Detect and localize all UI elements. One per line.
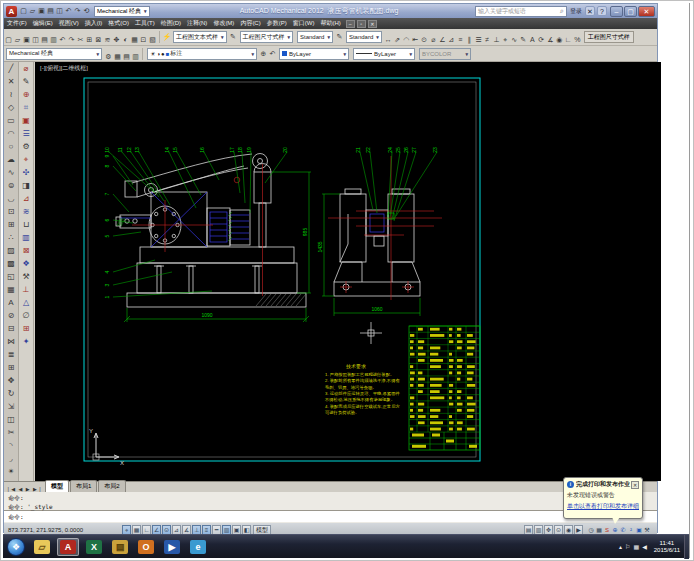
detail-view-icon[interactable]: ⊕ [20, 88, 33, 101]
dim-style-button[interactable]: 工程图尺寸式样 [584, 31, 634, 43]
help-icon[interactable]: ? [597, 6, 607, 16]
dim-space-icon[interactable]: ☰ [474, 34, 483, 46]
menu-item-3[interactable]: 插入(I) [82, 19, 106, 28]
dim-style-icon[interactable]: ◉ [555, 34, 564, 46]
plot-preview-icon[interactable]: ▤ [40, 34, 49, 46]
menu-item-0[interactable]: 文件(F) [4, 19, 30, 28]
polar-toggle[interactable]: ∠ [152, 525, 161, 535]
menu-item-1[interactable]: 编辑(E) [30, 19, 56, 28]
array-icon[interactable]: ⊞ [5, 361, 18, 374]
menu-item-2[interactable]: 视图(V) [56, 19, 82, 28]
zoom-window-icon[interactable]: ▦ [130, 34, 139, 46]
doc-minimize-icon[interactable]: – [346, 20, 355, 28]
spline-icon[interactable]: ∿ [5, 166, 18, 179]
ordinate-dim-icon[interactable]: ⇤ [411, 34, 420, 46]
workspaces-combo[interactable]: Mechanical 经典▾ [6, 48, 102, 60]
angular-dim-icon[interactable]: ∠ [438, 34, 447, 46]
taskbar-autocad-icon[interactable]: A [57, 538, 79, 556]
qnew-icon[interactable]: ▢ [4, 34, 13, 46]
popup-details-link[interactable]: 单击以查看打印和发布详细信息... [567, 502, 639, 511]
ellipse-arc-icon[interactable]: ◡ [5, 192, 18, 205]
autocad-logo-icon[interactable]: A [6, 6, 17, 17]
dim-angular2-icon[interactable]: ∟ [564, 34, 573, 46]
hatch-icon[interactable]: ▨ [5, 244, 18, 257]
linetype-combo[interactable]: ByLayer▾ [353, 48, 415, 60]
polyline-icon[interactable]: ≀ [5, 88, 18, 101]
ducs-toggle[interactable]: ⊥ [192, 525, 201, 535]
dim-break-icon[interactable]: ≠ [483, 34, 492, 46]
scale-icon[interactable]: ⇲ [5, 400, 18, 413]
rectangle-mech-icon[interactable]: ▥ [20, 231, 33, 244]
pan-status-icon[interactable]: ✥ [544, 525, 553, 535]
search-input[interactable]: 输入关键字或短语 ⌕ [475, 6, 567, 17]
cam-generator-icon[interactable]: ⊞ [20, 322, 33, 335]
volume-icon[interactable]: ◀ [642, 543, 647, 550]
redo-icon[interactable]: ↷ [67, 34, 76, 46]
selection-cycling-toggle[interactable]: ◧ [242, 525, 251, 535]
layer-combo[interactable]: ☀◑●■ 标注▾ [147, 48, 257, 60]
paste-icon[interactable]: ⊠ [94, 34, 103, 46]
workspace-settings-icon[interactable]: ⚙ [104, 51, 113, 63]
fillet-icon[interactable]: ◝ [5, 439, 18, 452]
pan-icon[interactable]: ✥ [112, 34, 121, 46]
steering-wheel-icon[interactable]: ◉ [564, 525, 573, 535]
tab-layout2[interactable]: 布局2 [98, 480, 125, 492]
menu-item-12[interactable]: 帮助(H) [317, 19, 343, 28]
insert-block-icon[interactable]: ⊡ [5, 205, 18, 218]
tolerance-icon[interactable]: ⊥ [492, 34, 501, 46]
popup-close-icon[interactable]: ✕ [631, 481, 639, 489]
power-dimension-icon[interactable]: ⌀ [20, 62, 33, 75]
autoscale-icon[interactable]: S [603, 527, 611, 533]
baseline-dim-icon[interactable]: ≡ [456, 34, 465, 46]
multileader-icon[interactable]: ∡ [546, 34, 555, 46]
minimize-button[interactable]: – [610, 6, 623, 17]
layer-states-icon[interactable]: ▥ [131, 51, 140, 63]
power-edit-icon[interactable]: ✎ [20, 75, 33, 88]
open-icon[interactable]: ▱ [13, 34, 22, 46]
explode-icon[interactable]: ✴ [5, 465, 18, 478]
dim-percent-icon[interactable]: % [573, 34, 582, 46]
menu-item-5[interactable]: 工具(T) [132, 19, 158, 28]
viewport-label[interactable]: [-][俯视][二维线框] [40, 64, 88, 72]
copy-icon[interactable]: ⊟ [5, 322, 18, 335]
workspace-combo[interactable]: Mechanical 经典 ▾ [94, 6, 150, 17]
trim-icon[interactable]: ✂ [5, 426, 18, 439]
clean-screen-icon[interactable]: ▣ [635, 526, 643, 533]
menu-item-9[interactable]: 内容(C) [237, 19, 263, 28]
search-icon[interactable]: ⌕ [560, 7, 564, 15]
rectangle-icon[interactable]: ▭ [5, 114, 18, 127]
hole-chart-icon[interactable]: ⌗ [20, 101, 33, 114]
open-icon[interactable]: ▱ [28, 5, 37, 17]
doc-close-icon[interactable]: ✕ [368, 20, 377, 28]
publish-icon[interactable]: ▥ [49, 34, 58, 46]
dyn-toggle[interactable]: ≡ [202, 525, 211, 535]
stretch-icon[interactable]: ◫ [5, 413, 18, 426]
layer-properties-icon[interactable]: ▤ [122, 51, 131, 63]
menu-item-7[interactable]: 注释(N) [184, 19, 210, 28]
move-icon[interactable]: ✥ [5, 374, 18, 387]
plot-icon[interactable]: ◫ [31, 34, 40, 46]
close-button[interactable]: ✕ [638, 6, 655, 17]
aligned-dim-icon[interactable]: ⇗ [393, 34, 402, 46]
point-icon[interactable]: ∴ [5, 231, 18, 244]
shaft-generator-icon[interactable]: ❖ [20, 257, 33, 270]
title-border-icon[interactable]: ⊔ [20, 218, 33, 231]
taskbar-excel-icon[interactable]: X [83, 538, 105, 556]
taskbar-explorer-icon[interactable]: ▱ [31, 538, 53, 556]
screw-connection-icon[interactable]: ⚙ [20, 140, 33, 153]
customization-icon[interactable]: ⚒ [643, 526, 651, 533]
action-center-icon[interactable]: ⚐ [625, 543, 630, 550]
taskbar-browser-icon[interactable]: e [187, 538, 209, 556]
properties-icon[interactable]: ▧ [148, 34, 157, 46]
diameter-dim-icon[interactable]: ⌀ [429, 34, 438, 46]
osnap-toggle[interactable]: ⊙ [162, 525, 171, 535]
taskbar-document-app-icon[interactable]: ▤ [109, 538, 131, 556]
gradient-icon[interactable]: ▩ [5, 257, 18, 270]
tray-expand-icon[interactable]: ▴ [619, 543, 622, 550]
revision-cloud-icon[interactable]: ☁ [5, 153, 18, 166]
signin-button[interactable]: 登录 [570, 7, 582, 16]
trusted-autodesk-icon[interactable]: ² [627, 527, 635, 533]
balloon-icon[interactable]: ▣ [20, 114, 33, 127]
menu-item-8[interactable]: 修改(M) [210, 19, 237, 28]
dim-update-icon[interactable]: ⟳ [537, 34, 546, 46]
